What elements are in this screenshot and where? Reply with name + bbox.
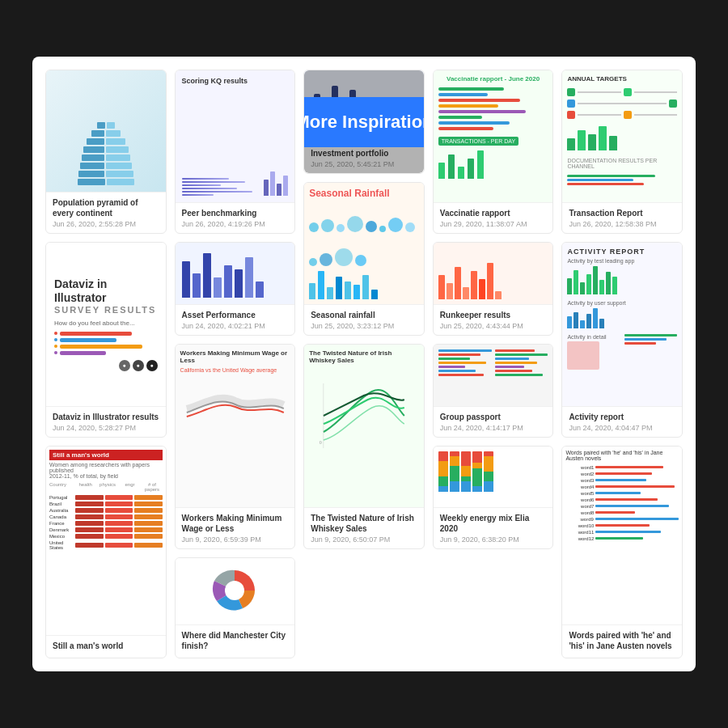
card-stillaman[interactable]: Still a man's world Women among research… [45, 446, 167, 658]
svg-point-3 [225, 581, 244, 600]
thumb-energy-mix [434, 447, 553, 507]
card-title-group: Group passport [440, 412, 547, 422]
card-whiskey[interactable]: The Twisted Nature of Irish Whiskey Sale… [303, 344, 425, 548]
thumb-activity-report: ACTIVITY REPORT Activity by test leading… [562, 243, 682, 405]
more-inspiration-overlay: More Inspiration [304, 70, 424, 173]
card-peer-benchmarking[interactable]: Scoring KQ results [175, 70, 296, 234]
card-info-runkeeper: Runkeeper results Jun 25, 2020, 4:43:44 … [434, 304, 553, 335]
card-seasonal-rainfall[interactable]: Seasonal Rainfall [303, 182, 425, 336]
thumb-runkeeper [434, 243, 553, 304]
gallery-container: Population pyramid of every continent Ju… [32, 57, 696, 671]
card-title-stillaman: Still a man's world [53, 641, 159, 651]
card-workers[interactable]: Workers Making Minimum Wage or Less Cali… [175, 344, 296, 548]
card-date-activity: Jun 24, 2020, 4:04:47 PM [569, 424, 675, 432]
thumb-peer: Scoring KQ results [176, 70, 295, 202]
card-vaccinatie[interactable]: Vaccinatie rapport - June 2020 TRANSACTI… [433, 70, 554, 234]
thumb-dataviz: Dataviz in Illustrator SURVEY RESULTS Ho… [46, 243, 166, 405]
card-title-runkeeper: Runkeeper results [440, 310, 547, 320]
card-info-peer: Peer benchmarking Jun 26, 2020, 4:19:26 … [176, 202, 295, 233]
card-date-group: Jun 24, 2020, 4:14:17 PM [440, 424, 547, 432]
card-title-population: Population pyramid of every continent [53, 197, 159, 218]
card-title-vaccinatie: Vaccinatie rapport [440, 208, 547, 218]
card-date-seasonal: Jun 25, 2020, 3:23:12 PM [311, 322, 417, 330]
card-title-asset: Asset Performance [182, 310, 289, 320]
thumb-words-austen: Words paired with 'he' and 'his' in Jane… [562, 447, 682, 624]
card-title-energy: Weekly energy mix Elia 2020 [440, 513, 547, 534]
card-date-transaction: Jun 26, 2020, 12:58:38 PM [569, 220, 675, 228]
card-manchester-pie[interactable]: Where did Manchester City finish? [175, 557, 296, 658]
card-info-transaction: Transaction Report Jun 26, 2020, 12:58:3… [562, 202, 682, 233]
card-date-energy: Jun 9, 2020, 6:38:20 PM [440, 535, 547, 544]
thumb-population [46, 70, 166, 192]
card-info-manchester: Where did Manchester City finish? [176, 624, 295, 658]
card-info-dataviz: Dataviz in Illustrator results Jun 24, 2… [46, 406, 166, 437]
thumb-whiskey: The Twisted Nature of Irish Whiskey Sale… [304, 345, 424, 506]
card-title-words: Words paired with 'he' and 'his' in Jane… [569, 630, 675, 651]
more-inspiration-button[interactable]: More Inspiration [303, 97, 425, 147]
card-info-asset: Asset Performance Jun 24, 2020, 4:02:21 … [176, 304, 295, 335]
card-date-vaccinatie: Jun 29, 2020, 11:38:07 AM [440, 220, 547, 228]
card-info-workers: Workers Making Minimum Wage or Less Jun … [176, 507, 295, 548]
card-title-peer: Peer benchmarking [182, 208, 289, 218]
thumb-workers: Workers Making Minimum Wage or Less Cali… [176, 345, 295, 506]
svg-text:0: 0 [320, 440, 322, 445]
card-investment[interactable]: More Inspiration Investment portfolio Ju… [303, 70, 425, 174]
card-title-workers: Workers Making Minimum Wage or Less [182, 513, 289, 534]
thumb-seasonal-rainfall: Seasonal Rainfall [304, 183, 424, 304]
card-info-population: Population pyramid of every continent Ju… [46, 192, 166, 233]
card-date-whiskey: Jun 9, 2020, 6:50:07 PM [311, 535, 417, 544]
thumb-stillaman: Still a man's world Women among research… [46, 447, 166, 635]
card-title-manchester: Where did Manchester City finish? [182, 630, 289, 651]
card-info-vaccinatie: Vaccinatie rapport Jun 29, 2020, 11:38:0… [434, 202, 553, 233]
card-title-transaction: Transaction Report [569, 208, 675, 218]
card-info-activity: Activity report Jun 24, 2020, 4:04:47 PM [562, 406, 682, 437]
card-title-activity: Activity report [569, 412, 675, 422]
card-date-runkeeper: Jun 25, 2020, 4:43:44 PM [440, 322, 547, 330]
card-activity-report[interactable]: ACTIVITY REPORT Activity by test leading… [561, 242, 683, 437]
card-info-words: Words paired with 'he' and 'his' in Jane… [562, 624, 682, 658]
card-date-dataviz: Jun 24, 2020, 5:28:27 PM [53, 424, 159, 432]
thumb-vaccinatie: Vaccinatie rapport - June 2020 TRANSACTI… [434, 70, 553, 202]
pyramid-chart [78, 122, 134, 185]
card-info-energy: Weekly energy mix Elia 2020 Jun 9, 2020,… [434, 507, 553, 548]
card-info-group: Group passport Jun 24, 2020, 4:14:17 PM [434, 406, 553, 437]
card-energy-mix[interactable]: Weekly energy mix Elia 2020 Jun 9, 2020,… [433, 446, 554, 549]
card-date-workers: Jun 9, 2020, 6:59:39 PM [182, 535, 289, 544]
thumb-transaction: ANNUAL TARGETS [562, 70, 682, 202]
card-runkeeper[interactable]: Runkeeper results Jun 25, 2020, 4:43:44 … [433, 242, 554, 336]
card-date-asset: Jun 24, 2020, 4:02:21 PM [182, 322, 289, 330]
thumb-manchester-pie [176, 558, 295, 624]
card-info-seasonal: Seasonal rainfall Jun 25, 2020, 3:23:12 … [304, 304, 424, 335]
thumb-group-passport [434, 345, 553, 405]
card-grid: Population pyramid of every continent Ju… [45, 70, 683, 658]
card-group-passport[interactable]: Group passport Jun 24, 2020, 4:14:17 PM [433, 344, 554, 437]
card-date-population: Jun 26, 2020, 2:55:28 PM [53, 220, 159, 228]
card-date-peer: Jun 26, 2020, 4:19:26 PM [182, 220, 289, 228]
card-transaction[interactable]: ANNUAL TARGETS [561, 70, 683, 234]
card-info-stillaman: Still a man's world [46, 635, 166, 658]
card-title-seasonal: Seasonal rainfall [311, 310, 417, 320]
card-asset-performance[interactable]: Asset Performance Jun 24, 2020, 4:02:21 … [175, 242, 296, 336]
card-words-austen[interactable]: Words paired with 'he' and 'his' in Jane… [561, 446, 683, 658]
card-population-pyramid[interactable]: Population pyramid of every continent Ju… [45, 70, 167, 234]
thumb-asset [176, 243, 295, 304]
card-title-whiskey: The Twisted Nature of Irish Whiskey Sale… [311, 513, 417, 534]
card-title-dataviz: Dataviz in Illustrator results [53, 412, 159, 422]
card-dataviz-illustrator[interactable]: Dataviz in Illustrator SURVEY RESULTS Ho… [45, 242, 167, 437]
card-info-whiskey: The Twisted Nature of Irish Whiskey Sale… [304, 507, 424, 548]
